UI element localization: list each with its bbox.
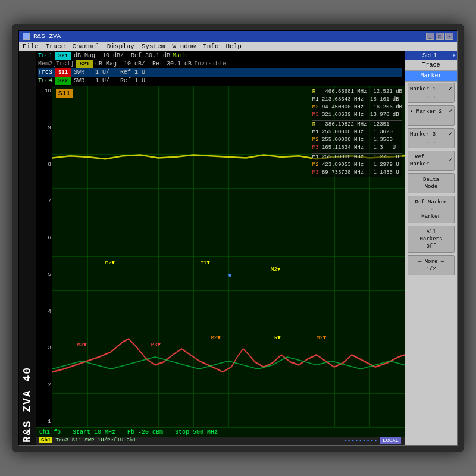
- app-icon: [23, 33, 30, 40]
- y-4: 4: [37, 309, 51, 315]
- marker1-button[interactable]: Marker 1✓ ...: [408, 83, 455, 103]
- stop-freq: Stop 500 MHz: [175, 429, 218, 436]
- main-area: R&S ZVA 40 Trc1 S21 dB Mag 10 dB/ Ref 30…: [19, 51, 457, 445]
- rp-section-trace[interactable]: Trace: [405, 60, 457, 71]
- plot-area[interactable]: S11 M2▼ M1▼ M2▼: [52, 86, 405, 427]
- menu-info[interactable]: Info: [203, 43, 218, 50]
- right-panel: Set1 ▶ Trace Marker Marker 1✓ ... • Mark…: [405, 51, 457, 445]
- menu-file[interactable]: File: [23, 43, 38, 50]
- right-panel-title: Set1 ▶: [405, 51, 457, 60]
- app-title: R&S ZVA: [33, 33, 61, 40]
- trc4-name: Trc4: [38, 77, 52, 85]
- local-badge: LOCAL: [380, 437, 401, 444]
- y-9: 9: [37, 125, 51, 131]
- trace-row-4: Trc4 S22 SWR 1 U/ Ref 1 U: [38, 77, 402, 85]
- rp-section-marker[interactable]: Marker: [405, 71, 457, 82]
- more-button[interactable]: — More —1/2: [408, 255, 455, 275]
- channel-info: Ch1 fb: [39, 429, 61, 436]
- y-10: 10: [37, 88, 51, 94]
- cursor-dot: [228, 274, 231, 277]
- trc1-name: Trc1: [38, 52, 52, 60]
- right-icon: ▶: [453, 52, 456, 58]
- y-2: 2: [37, 382, 51, 388]
- trc3-badge: S11: [55, 68, 71, 77]
- delta-mode-button[interactable]: DeltaMode: [408, 173, 455, 193]
- trc3-params: SWR 1 U/ Ref 1 U: [74, 68, 145, 77]
- marker-data-overlay: R 466.65681 MHz 12.521 dB M1 213.68343 M…: [312, 88, 402, 177]
- ref-marker-to-marker-button[interactable]: Ref Marker→Marker: [408, 196, 455, 223]
- trace-row-1: Trc1 S21 dB Mag 10 dB/ Ref 30.1 dB Math: [38, 52, 402, 60]
- trc1-badge: S21: [55, 52, 71, 60]
- menu-display[interactable]: Display: [107, 43, 134, 50]
- y-7: 7: [37, 198, 51, 204]
- trc1-params: dB Mag 10 dB/ Ref 30.1 dB: [74, 52, 170, 60]
- plot-container: 10 9 8 7 6 5 4 3 2 1: [36, 86, 405, 427]
- ref-marker-button[interactable]: RefMarker✓: [408, 151, 455, 171]
- menu-help[interactable]: Help: [226, 43, 241, 50]
- y-3: 3: [37, 345, 51, 351]
- brand-label: R&S ZVA 40: [19, 51, 36, 445]
- menu-bar: File Trace Channel Display System Window…: [19, 42, 457, 51]
- trc2-params: dB Mag 10 dB/ Ref 30.1 dB: [95, 60, 192, 68]
- marker3-button[interactable]: Marker 3✓ ...: [408, 128, 455, 148]
- maximize-button[interactable]: □: [436, 33, 444, 40]
- menu-trace[interactable]: Trace: [45, 43, 65, 50]
- window-controls: _ □ ×: [426, 33, 453, 40]
- trc2-invisible: Invisible: [194, 60, 226, 68]
- y-6: 6: [37, 235, 51, 241]
- bottom-bar: Ch1 fb Start 10 MHz Pb -20 dBm Stop 500 …: [36, 427, 405, 437]
- status-bar: Ch1 Trc3 S11 SWR 1U/Ref1U Ch1 ▪▪▪▪▪▪▪▪▪ …: [36, 437, 405, 445]
- trc4-badge: S22: [55, 77, 71, 85]
- power-info: Pb -20 dBm: [127, 429, 163, 436]
- trc2-name: Mem2[Trc1]: [38, 60, 74, 68]
- menu-system[interactable]: System: [142, 43, 165, 50]
- marker2-button[interactable]: • Marker 2✓ ...: [408, 105, 455, 126]
- title-bar: R&S ZVA _ □ ×: [19, 31, 457, 42]
- close-button[interactable]: ×: [445, 33, 453, 40]
- trc3-name: Trc3: [38, 68, 52, 77]
- trc4-params: SWR 1 U/ Ref 1 U: [74, 77, 145, 85]
- chart-wrapper: Trc1 S21 dB Mag 10 dB/ Ref 30.1 dB Math …: [36, 51, 405, 445]
- trc1-math: Math: [173, 52, 187, 60]
- y-8: 8: [37, 162, 51, 168]
- trace-info: Trc1 S21 dB Mag 10 dB/ Ref 30.1 dB Math …: [36, 51, 405, 86]
- y-1: 1: [37, 419, 51, 425]
- menu-window[interactable]: Window: [172, 43, 196, 50]
- minimize-button[interactable]: _: [426, 33, 434, 40]
- y-5: 5: [37, 272, 51, 278]
- start-freq: Start 10 MHz: [73, 429, 115, 436]
- all-markers-off-button[interactable]: AllMarkersOff: [408, 226, 455, 253]
- status-trace-info: Trc3 S11 SWR 1U/Ref1U Ch1: [56, 437, 136, 443]
- y-axis: 10 9 8 7 6 5 4 3 2 1: [36, 86, 52, 427]
- ch1-badge: Ch1: [39, 437, 52, 443]
- monitor-bezel: R&S ZVA _ □ × File Trace Channel Display…: [12, 24, 464, 452]
- trace-row-2: Mem2[Trc1] S21 dB Mag 10 dB/ Ref 30.1 dB…: [38, 60, 402, 68]
- progress-dots: ▪▪▪▪▪▪▪▪▪: [343, 438, 378, 444]
- menu-channel[interactable]: Channel: [72, 43, 99, 50]
- trc2-badge: S21: [76, 60, 93, 68]
- screen: R&S ZVA _ □ × File Trace Channel Display…: [18, 30, 458, 446]
- set1-label: Set1: [422, 52, 437, 59]
- trace-row-3: Trc3 S11 SWR 1 U/ Ref 1 U: [38, 68, 402, 77]
